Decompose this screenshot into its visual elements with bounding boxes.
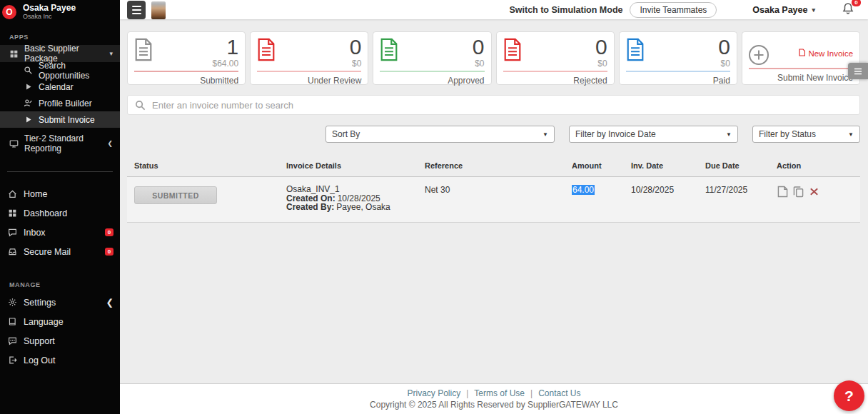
- sidebar-item-search-opportunities[interactable]: Search Opportunities: [0, 62, 120, 79]
- org-logo: O: [2, 5, 16, 19]
- stat-divider: [134, 71, 238, 72]
- filter-invoice-date-select[interactable]: Filter by Invoice Date ▼: [569, 126, 738, 143]
- footer-separator: |: [466, 388, 468, 398]
- sidebar-item-log-out[interactable]: Log Out: [0, 350, 120, 370]
- gear-icon: [8, 298, 17, 307]
- select-label: Sort By: [332, 129, 360, 139]
- sidebar-item-label: Dashboard: [24, 208, 67, 218]
- sidebar-item-language[interactable]: Language: [0, 312, 120, 331]
- topbar: Switch to Simulation Mode Invite Teammat…: [120, 0, 868, 19]
- view-invoice-icon[interactable]: [777, 185, 789, 201]
- sidebar-item-label: Home: [24, 189, 47, 199]
- invoice-doc-icon: [503, 38, 522, 64]
- side-panel-handle[interactable]: [848, 63, 868, 79]
- sidebar-item-label: Profile Builder: [39, 99, 92, 108]
- stat-card-paid[interactable]: 0 $0 Paid: [619, 31, 737, 85]
- sidebar-item-submit-invoice[interactable]: Submit Invoice: [0, 111, 120, 128]
- chat-bubble-icon: [8, 228, 17, 237]
- avatar[interactable]: [151, 1, 166, 19]
- notification-count-badge: 0: [852, 0, 861, 6]
- org-name: Osaka Payee: [23, 4, 76, 13]
- sidebar-item-home[interactable]: Home: [0, 184, 120, 203]
- terms-of-use-link[interactable]: Terms of Use: [474, 388, 525, 398]
- copy-invoice-icon[interactable]: [792, 185, 804, 201]
- stat-divider: [257, 71, 361, 72]
- stat-card-submitted[interactable]: 1 $64.00 Submitted: [127, 31, 246, 85]
- apps-section-label: APPS: [0, 24, 120, 45]
- select-label: Filter by Invoice Date: [575, 129, 656, 139]
- status-badge[interactable]: SUBMITTED: [134, 186, 217, 204]
- privacy-policy-link[interactable]: Privacy Policy: [408, 388, 461, 398]
- switch-simulation-mode-link[interactable]: Switch to Simulation Mode: [509, 5, 622, 15]
- invoice-search-bar: [127, 95, 860, 115]
- table-row: SUBMITTED Osaka_INV_1 Created On:10/28/2…: [127, 177, 860, 223]
- chevron-down-icon: ▾: [812, 6, 815, 14]
- stat-cards-row: 1 $64.00 Submitted 0 $0 Under Review 0 $…: [127, 31, 860, 85]
- stat-label: Submitted: [134, 76, 238, 86]
- logout-icon: [8, 355, 17, 365]
- reference-cell: Net 30: [425, 185, 572, 195]
- stat-card-under-review[interactable]: 0 $0 Under Review: [250, 31, 368, 85]
- account-menu[interactable]: Osaka Payee ▾: [752, 5, 815, 15]
- sidebar-item-label: Tier-2 Standard Reporting: [24, 133, 101, 153]
- notifications-button[interactable]: 0: [842, 2, 854, 18]
- amount-value: 64.00: [572, 185, 595, 195]
- sidebar-item-dashboard[interactable]: Dashboard: [0, 203, 120, 223]
- home-icon: [8, 189, 17, 198]
- sidebar-item-inbox[interactable]: Inbox 0: [0, 223, 120, 242]
- sidebar-item-calendar[interactable]: Calendar: [0, 79, 120, 95]
- help-button[interactable]: ?: [834, 380, 864, 411]
- secure-mail-count-badge: 0: [105, 248, 113, 256]
- select-label: Filter by Status: [759, 129, 816, 139]
- sidebar-item-profile-builder[interactable]: Profile Builder: [0, 95, 120, 111]
- sidebar-item-label: Calendar: [39, 82, 74, 92]
- stat-card-approved[interactable]: 0 $0 Approved: [373, 31, 491, 85]
- sidebar-item-label: Settings: [24, 298, 56, 308]
- copyright-text: Copyright © 2025 All Rights Reserved by …: [370, 400, 618, 410]
- table-header: Status Invoice Details Reference Amount …: [127, 156, 860, 177]
- sort-by-select[interactable]: Sort By ▼: [326, 126, 555, 143]
- new-invoice-card[interactable]: New Invoice Submit New Invoice: [742, 31, 860, 85]
- chevron-left-icon: ❮: [106, 297, 113, 308]
- invoice-doc-icon: [626, 38, 645, 64]
- book-icon: [8, 317, 17, 326]
- menu-icon[interactable]: [127, 1, 146, 19]
- invoices-table: Status Invoice Details Reference Amount …: [127, 156, 860, 223]
- person-edit-icon: [24, 99, 33, 108]
- inbox-tray-icon: [8, 247, 17, 256]
- invoice-doc-small-icon: [799, 49, 805, 58]
- col-invoice-details: Invoice Details: [286, 161, 425, 170]
- sidebar-item-tier2-reporting[interactable]: Tier-2 Standard Reporting ❮: [0, 135, 120, 152]
- sidebar-item-label: Submit Invoice: [39, 115, 95, 125]
- sidebar-item-label: Language: [24, 317, 64, 327]
- chevron-down-icon: ▼: [542, 131, 548, 138]
- filters-row: Sort By ▼ Filter by Invoice Date ▼ Filte…: [127, 126, 860, 143]
- sidebar-divider: [7, 171, 113, 172]
- filter-status-select[interactable]: Filter by Status ▼: [752, 126, 860, 143]
- org-subtitle: Osaka Inc: [23, 13, 76, 21]
- search-input[interactable]: [152, 100, 852, 111]
- invite-teammates-button[interactable]: Invite Teammates: [630, 2, 717, 18]
- chevron-down-icon: ▼: [848, 131, 854, 138]
- invoice-doc-icon: [380, 38, 398, 64]
- col-action: Action: [777, 161, 860, 170]
- footer-separator: |: [530, 388, 533, 398]
- delete-invoice-icon[interactable]: [808, 185, 820, 201]
- chevron-left-icon: ❮: [107, 141, 113, 147]
- stat-label: Approved: [380, 76, 484, 86]
- dashboard-icon: [8, 208, 17, 218]
- sidebar-item-support[interactable]: Support: [0, 331, 120, 350]
- list-icon: [854, 68, 862, 75]
- stat-card-rejected[interactable]: 0 $0 Rejected: [496, 31, 615, 85]
- contact-us-link[interactable]: Contact Us: [538, 388, 580, 398]
- main-area: Switch to Simulation Mode Invite Teammat…: [120, 0, 868, 414]
- sidebar-item-settings[interactable]: Settings ❮: [0, 293, 120, 312]
- col-due-date: Due Date: [705, 161, 777, 170]
- sidebar-item-secure-mail[interactable]: Secure Mail 0: [0, 242, 120, 261]
- chevron-down-icon: ▾: [109, 51, 113, 57]
- action-cell: [777, 185, 860, 201]
- sidebar-item-basic-supplier-package[interactable]: Basic Supplier Package ▾: [0, 45, 120, 62]
- sidebar: O Osaka Payee Osaka Inc APPS Basic Suppl…: [0, 0, 120, 414]
- sidebar-item-label: Support: [24, 336, 55, 346]
- stat-label: Rejected: [503, 76, 607, 86]
